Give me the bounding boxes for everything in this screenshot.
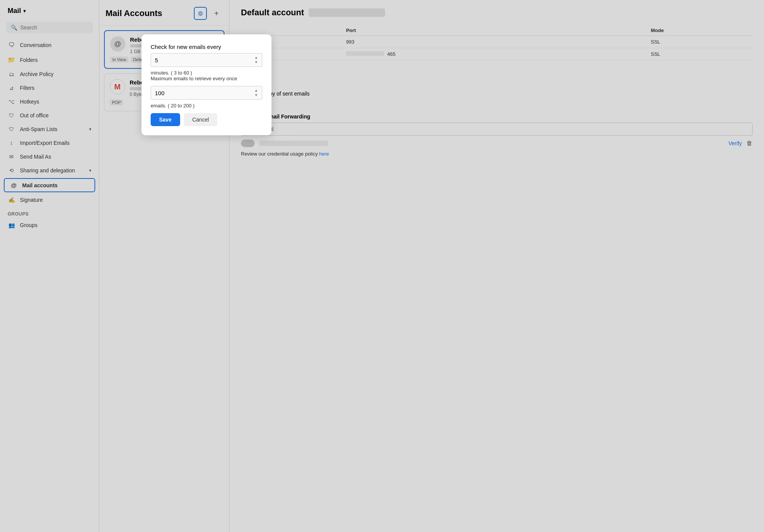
- max-spin-down-icon[interactable]: ▼: [254, 93, 258, 97]
- popup-buttons: Save Cancel: [151, 113, 262, 126]
- max-emails-hint: emails. ( 20 to 200 ): [151, 103, 262, 109]
- check-frequency-spinner[interactable]: ▲ ▼: [254, 56, 258, 64]
- spin-up-icon[interactable]: ▲: [254, 56, 258, 60]
- max-emails-input-row: ▲ ▼: [151, 86, 262, 100]
- check-frequency-hint: minutes. ( 3 to 60 ) Maximum emails to r…: [151, 70, 262, 81]
- save-button[interactable]: Save: [151, 113, 180, 126]
- modal-overlay[interactable]: [0, 0, 764, 532]
- check-frequency-input[interactable]: [155, 57, 252, 63]
- max-spin-up-icon[interactable]: ▲: [254, 89, 258, 92]
- check-frequency-label: Check for new emails every: [151, 44, 262, 50]
- email-check-popup: Check for new emails every ▲ ▼ minutes. …: [141, 34, 271, 135]
- max-emails-input[interactable]: [155, 90, 252, 96]
- spin-down-icon[interactable]: ▼: [254, 60, 258, 64]
- max-emails-spinner[interactable]: ▲ ▼: [254, 89, 258, 97]
- check-frequency-input-row: ▲ ▼: [151, 53, 262, 67]
- cancel-button[interactable]: Cancel: [184, 113, 218, 126]
